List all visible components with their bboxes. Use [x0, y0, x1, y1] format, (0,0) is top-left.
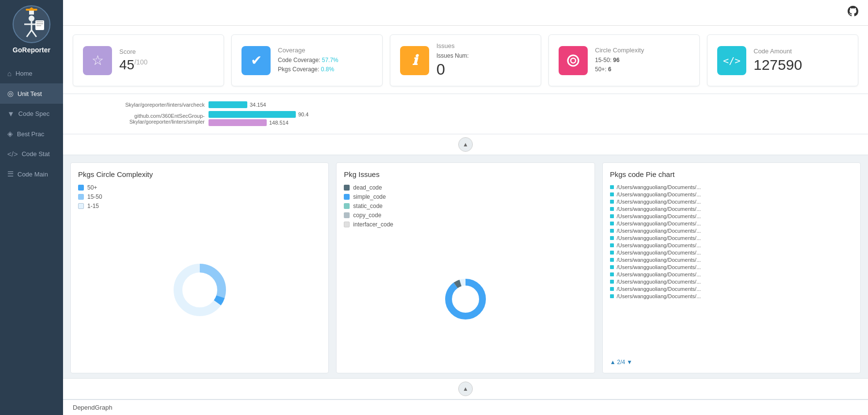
pie-list-dot [610, 236, 614, 240]
panel-circle-complexity-title: Pkgs Circle Complexity [78, 170, 321, 178]
code-stat-icon: </> [7, 150, 18, 158]
collapse-circle-top[interactable]: ▲ [458, 137, 473, 152]
sidebar: GoReporter ⌂ Home ◎ Unit Test ▼ Code Spe… [0, 0, 63, 415]
collapse-btn-top: ▲ [63, 134, 868, 155]
bar-1 [209, 101, 247, 108]
legend-dot-dead-code [344, 185, 350, 191]
score-card: ☆ Score 45/100 [73, 34, 224, 86]
score-value: 45/100 [119, 57, 147, 73]
list-item: /Users/wangguoliang/Documents/... [610, 235, 853, 241]
sidebar-item-code-spec-label: Code Spec [18, 110, 49, 117]
bar-row-2: github.com/360EntSecGroup-Skylar/gorepor… [73, 111, 858, 126]
list-item: /Users/wangguoliang/Documents/... [610, 192, 853, 197]
list-item: /Users/wangguoliang/Documents/... [610, 286, 853, 292]
svg-point-19 [449, 282, 482, 316]
legend-label-50plus: 50+ [87, 184, 97, 191]
cards-row: ☆ Score 45/100 ✔ Coverage Code Coverage:… [63, 26, 868, 94]
circle-complexity-card: Circle Complexity 15-50: 96 50+: 6 [548, 34, 700, 86]
pie-pagination: ▲ 2/4 ▼ [610, 359, 853, 366]
legend-label-simple-code: simple_code [353, 193, 386, 200]
legend-label-static-code: static_code [353, 203, 383, 209]
panel-circle-complexity: Pkgs Circle Complexity 50+ 15-50 1-15 [70, 162, 329, 373]
bar-row-1: Skylar/goreporter/linters/varcheck 34.15… [73, 101, 858, 108]
coverage-icon: ✔ [241, 46, 271, 75]
circle-complexity-label: Circle Complexity [595, 47, 644, 54]
app-title: GoReporter [13, 46, 50, 54]
legend-item-dead-code: dead_code [344, 184, 587, 191]
list-item: /Users/wangguoliang/Documents/... [610, 271, 853, 277]
list-item: /Users/wangguoliang/Documents/... [610, 293, 853, 299]
pie-list: /Users/wangguoliang/Documents/.../Users/… [610, 184, 853, 355]
legend-item-interfacer-code: interfacer_code [344, 221, 587, 228]
list-item: /Users/wangguoliang/Documents/... [610, 206, 853, 212]
pagination-next-icon[interactable]: ▼ [627, 359, 632, 366]
svg-point-13 [568, 55, 579, 66]
app-logo [12, 5, 51, 44]
pie-list-dot [610, 229, 614, 233]
sidebar-item-code-main[interactable]: ☰ Code Main [0, 164, 63, 184]
list-item: /Users/wangguoliang/Documents/... [610, 279, 853, 285]
legend-item-static-code: static_code [344, 203, 587, 209]
pie-list-dot [610, 294, 614, 298]
svg-point-14 [571, 58, 576, 63]
bar-2b [209, 119, 267, 126]
legend-dot-50plus [78, 185, 84, 191]
pagination-text: 2/4 [617, 359, 626, 366]
list-item: /Users/wangguoliang/Documents/... [610, 213, 853, 219]
bar-chart-section: Skylar/goreporter/linters/varcheck 34.15… [63, 94, 868, 134]
collapse-circle-bottom[interactable]: ▲ [458, 382, 473, 396]
github-icon[interactable] [848, 6, 858, 19]
legend-label-dead-code: dead_code [353, 184, 382, 191]
pie-list-dot [610, 192, 614, 196]
legend-dot-copy-code [344, 212, 350, 218]
code-main-icon: ☰ [7, 170, 14, 178]
sidebar-item-home-label: Home [16, 70, 32, 77]
panel-pkgs-code-pie: Pkgs code Pie chart /Users/wangguoliang/… [602, 162, 861, 373]
pie-list-dot [610, 258, 614, 262]
pie-list-dot [610, 280, 614, 284]
best-prac-icon: ◈ [7, 129, 13, 138]
sidebar-item-code-stat[interactable]: </> Code Stat [0, 144, 63, 164]
sidebar-item-unit-test[interactable]: ◎ Unit Test [0, 83, 63, 104]
donut-svg-1 [171, 261, 229, 319]
code-spec-icon: ▼ [7, 110, 15, 118]
unit-test-icon: ◎ [7, 89, 14, 98]
donut-circle-complexity [78, 214, 321, 366]
code-amount-icon: </> [717, 46, 746, 75]
legend-pkg-issues: dead_code simple_code static_code copy_c… [344, 184, 587, 228]
legend-item-1-15: 1-15 [78, 203, 321, 209]
main-content: ☆ Score 45/100 ✔ Coverage Code Coverage:… [63, 0, 868, 415]
score-label: Score [119, 48, 147, 55]
bar-container-2: 90.4 148.514 [209, 111, 308, 126]
code-amount-label: Code Amount [754, 48, 802, 55]
legend-item-50plus: 50+ [78, 184, 321, 191]
list-item: /Users/wangguoliang/Documents/... [610, 184, 853, 190]
pie-list-dot [610, 272, 614, 276]
pie-list-dot [610, 251, 614, 255]
circle-complexity-body: Circle Complexity 15-50: 96 50+: 6 [595, 47, 644, 74]
coverage-card: ✔ Coverage Code Coverage: 57.7% Pkgs Cov… [231, 34, 383, 86]
bar-2a [209, 111, 296, 118]
issues-num-label: Issues Num: [436, 51, 469, 61]
svg-rect-3 [29, 11, 34, 15]
pagination-prev-icon[interactable]: ▲ [610, 359, 616, 366]
bar-container-1: 34.154 [209, 101, 266, 108]
issues-icon: ℹ [400, 46, 429, 75]
svg-point-4 [29, 16, 34, 21]
svg-rect-12 [36, 25, 41, 26]
bar-label-2: github.com/360EntSecGroup-Skylar/gorepor… [73, 113, 209, 125]
coverage-label: Coverage [278, 47, 338, 54]
legend-dot-15-50 [78, 194, 84, 200]
legend-label-interfacer-code: interfacer_code [353, 221, 393, 228]
sidebar-item-home[interactable]: ⌂ Home [0, 64, 63, 83]
panel-pkg-issues: Pkg Issues dead_code simple_code static_… [336, 162, 595, 373]
sidebar-item-code-spec[interactable]: ▼ Code Spec [0, 104, 63, 124]
bar-val-2b: 148.514 [269, 120, 289, 126]
issues-label: Issues [436, 42, 469, 49]
panel-pkgs-code-pie-title: Pkgs code Pie chart [610, 170, 853, 178]
legend-dot-simple-code [344, 194, 350, 200]
code-amount-card: </> Code Amount 127590 [707, 34, 858, 86]
sidebar-item-best-prac[interactable]: ◈ Best Prac [0, 124, 63, 144]
sidebar-item-code-stat-label: Code Stat [22, 150, 50, 158]
bar-chart-area: Skylar/goreporter/linters/varcheck 34.15… [73, 99, 858, 131]
